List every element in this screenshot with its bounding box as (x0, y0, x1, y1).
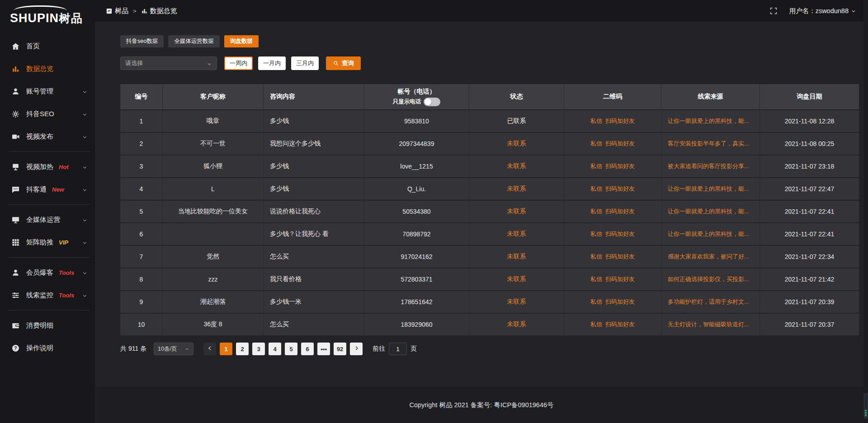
sidebar-item-lead-monitor[interactable]: 线索监控Tools (0, 284, 95, 306)
filter-bar: 请选择 一周内一月内三月内 查询 (120, 56, 859, 70)
qr-link[interactable]: 私信 (590, 230, 602, 238)
qr-link[interactable]: 扫码加好友 (605, 275, 635, 283)
home-icon (11, 42, 20, 51)
chevron-down-icon (82, 164, 88, 170)
sidebar-item-data-overview[interactable]: 数据总览 (0, 57, 95, 80)
source-link[interactable]: 被大家追着问的客厅投影分享... (668, 162, 749, 170)
sidebar-item-douketong[interactable]: 抖客通New (0, 178, 95, 201)
source-link[interactable]: 让你一眼就爱上的黑科技，能... (668, 185, 749, 193)
page-button-3[interactable]: 3 (252, 343, 265, 355)
cell-qrcode: 私信扫码加好友 (564, 268, 661, 290)
page-button-92[interactable]: 92 (334, 343, 346, 355)
breadcrumb-home[interactable]: 树品 (115, 7, 128, 15)
table-row: 9潮起潮落多少钱一米178651642未联系私信扫码加好友多功能护栏灯，适用于乡… (120, 291, 859, 313)
page-button-5[interactable]: 5 (285, 343, 297, 355)
page-button-2[interactable]: 2 (236, 343, 249, 355)
header-no: 编号 (120, 84, 163, 109)
sidebar-item-consumption-detail[interactable]: 消费明细 (0, 314, 95, 337)
qr-link[interactable]: 私信 (590, 185, 602, 193)
table-row: 3狐小狸多少钱love__1215未联系私信扫码加好友被大家追着问的客厅投影分享… (120, 155, 859, 177)
source-link[interactable]: 客厅安装投影半年多了，真实... (668, 140, 749, 148)
status-badge: 未联系 (507, 253, 526, 261)
cell-qrcode: 私信扫码加好友 (564, 223, 661, 245)
chat-icon (11, 185, 20, 194)
qr-link[interactable]: 私信 (590, 320, 602, 329)
page-size-select[interactable]: 10条/页 (154, 343, 193, 355)
chevron-down-icon (184, 347, 189, 352)
goto-page-input[interactable] (389, 343, 407, 355)
filter-select[interactable]: 请选择 (120, 56, 217, 70)
header-date: 询盘日期 (760, 84, 859, 109)
logo-arc-decoration (14, 5, 67, 11)
range-button-one-month[interactable]: 一月内 (258, 56, 286, 70)
cell-nickname: L (163, 178, 264, 200)
header-content: 咨询内容 (264, 84, 364, 109)
source-link[interactable]: 让你一眼就爱上的黑科技，能... (668, 207, 749, 216)
data-tabs: 抖音seo数据全媒体运营数据询盘数据 (120, 35, 859, 47)
cell-status: 未联系 (469, 223, 564, 245)
sidebar-item-media-operation[interactable]: 全媒体运营 (0, 208, 95, 231)
sidebar-item-member-burst[interactable]: 会员爆客Tools (0, 261, 95, 284)
sidebar-item-matrix-boost[interactable]: 矩阵助推VIP (0, 231, 95, 254)
phone-only-toggle[interactable] (424, 98, 440, 106)
tab-inquiry-data[interactable]: 询盘数据 (224, 35, 259, 47)
video-icon (11, 132, 20, 141)
qr-link[interactable]: 私信 (590, 253, 602, 261)
source-link[interactable]: 无主灯设计，智能磁吸轨道灯... (668, 320, 749, 329)
qr-link[interactable]: 扫码加好友 (605, 207, 635, 216)
cell-content: 说说价格让我死心 (264, 201, 364, 222)
qr-link[interactable]: 私信 (590, 275, 602, 283)
sidebar-item-account-management[interactable]: 账号管理 (0, 80, 95, 103)
tab-media-operation-data[interactable]: 全媒体运营数据 (168, 35, 220, 47)
sidebar-divider (8, 204, 90, 205)
chevron-down-icon (82, 134, 88, 140)
fullscreen-icon[interactable] (769, 7, 778, 15)
sidebar-item-label: 视频发布 (26, 132, 53, 141)
qr-link[interactable]: 扫码加好友 (605, 140, 635, 148)
source-link[interactable]: 多功能护栏灯，适用于乡村文... (668, 298, 749, 306)
qr-link[interactable]: 扫码加好友 (605, 117, 635, 125)
tab-douyin-seo-data[interactable]: 抖音seo数据 (120, 35, 164, 47)
sidebar-item-douyin-seo[interactable]: 抖音SEO (0, 103, 95, 125)
sidebar-item-label: 线索监控 (26, 291, 53, 300)
qr-link[interactable]: 扫码加好友 (605, 162, 635, 170)
sidebar-item-video-publish[interactable]: 视频发布 (0, 125, 95, 148)
scrollbar-track[interactable] (863, 0, 868, 423)
cell-source: 多功能护栏灯，适用于乡村文... (661, 291, 760, 313)
cell-qrcode: 私信扫码加好友 (564, 314, 661, 335)
source-link[interactable]: 感谢大家喜欢我家，被问了好... (668, 253, 749, 261)
qr-link[interactable]: 扫码加好友 (605, 320, 635, 329)
range-button-one-week[interactable]: 一周内 (224, 56, 253, 70)
page-ellipsis-button[interactable]: ••• (317, 343, 330, 355)
prev-page-button[interactable] (203, 343, 216, 355)
cell-content: 怎么买 (264, 314, 364, 335)
cell-source: 让你一眼就爱上的黑科技，能... (661, 223, 760, 245)
sidebar-item-home[interactable]: 首页 (0, 35, 95, 57)
range-button-three-months[interactable]: 三月内 (291, 56, 319, 70)
sidebar-badge: New (52, 186, 64, 193)
sidebar-item-operation-guide[interactable]: ?操作说明 (0, 337, 95, 359)
source-link[interactable]: 如何正确选择投影仪，买投影... (668, 275, 749, 283)
cell-qrcode: 私信扫码加好友 (564, 246, 661, 268)
sidebar-item-video-heat[interactable]: 视频加热Hot (0, 155, 95, 178)
page-button-1[interactable]: 1 (220, 343, 232, 355)
user-menu[interactable]: 用户名： zswodun88 (789, 7, 856, 15)
source-link[interactable]: 让你一眼就爱上的黑科技，能... (668, 117, 749, 125)
qr-link[interactable]: 扫码加好友 (605, 185, 635, 193)
header-source: 线索来源 (661, 84, 760, 109)
qr-link[interactable]: 私信 (590, 140, 602, 148)
query-button[interactable]: 查询 (326, 56, 361, 70)
qr-link[interactable]: 私信 (590, 162, 602, 170)
goto-suffix: 页 (410, 345, 417, 353)
qr-link[interactable]: 扫码加好友 (605, 298, 635, 306)
qr-link[interactable]: 私信 (590, 117, 602, 125)
scrollbar-thumb[interactable] (864, 393, 868, 418)
qr-link[interactable]: 扫码加好友 (605, 230, 635, 238)
qr-link[interactable]: 扫码加好友 (605, 253, 635, 261)
next-page-button[interactable] (350, 343, 363, 355)
qr-link[interactable]: 私信 (590, 207, 602, 216)
page-button-4[interactable]: 4 (269, 343, 281, 355)
qr-link[interactable]: 私信 (590, 298, 602, 306)
source-link[interactable]: 让你一眼就爱上的黑科技，能... (668, 230, 749, 238)
page-button-6[interactable]: 6 (301, 343, 314, 355)
